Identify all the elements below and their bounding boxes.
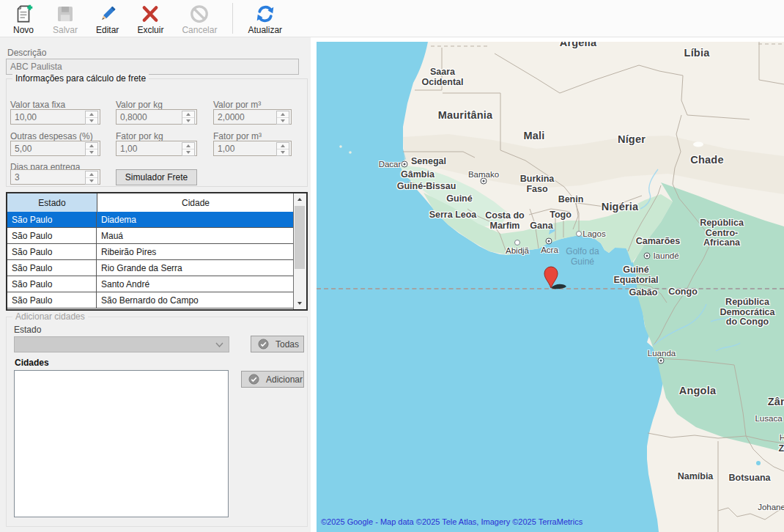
cell-cidade[interactable]: Diadema — [97, 212, 294, 227]
cell-estado[interactable]: São Paulo — [7, 244, 97, 259]
city-dot-abidja — [514, 240, 520, 245]
country-label: Zi — [778, 444, 784, 454]
save-icon — [54, 3, 76, 25]
cell-estado[interactable]: São Paulo — [7, 276, 97, 292]
fator-por-m3-field: 1,00 — [213, 141, 292, 156]
country-label: Camarões — [636, 237, 680, 247]
spinner-buttons — [182, 142, 195, 156]
country-label: Gana — [530, 221, 552, 232]
cities-table: Estado Cidade São PauloDiademaSão PauloM… — [6, 192, 308, 311]
estado-combobox — [14, 336, 229, 352]
city-label: H — [780, 433, 784, 442]
scrollbar-thumb[interactable] — [295, 206, 305, 269]
fator-por-kg-label: Fator por kg — [116, 131, 163, 141]
cities-table-header: Estado Cidade — [7, 193, 306, 213]
outras-despesas-field: 5,00 — [10, 141, 100, 156]
spinner-buttons — [85, 142, 98, 156]
country-label: Senegal — [411, 157, 446, 167]
estado-label: Estado — [14, 325, 41, 335]
freight-simulator-button[interactable]: Simulador Frete — [116, 169, 197, 185]
novo-button[interactable]: Novo — [6, 2, 41, 36]
fator-por-m3-value: 1,00 — [218, 144, 234, 154]
edit-pencil-icon — [97, 3, 119, 25]
valor-por-kg-label: Valor por kg — [116, 100, 163, 110]
cancelar-button: Cancelar — [175, 2, 223, 36]
cell-estado[interactable]: São Paulo — [7, 228, 97, 243]
cell-estado[interactable]: São Paulo — [7, 212, 97, 227]
country-label: Namíbia — [678, 472, 714, 482]
scroll-down-arrow-icon[interactable] — [294, 298, 306, 309]
table-row[interactable]: São PauloSanto André — [7, 276, 294, 292]
country-label: Guiné — [446, 194, 472, 204]
atualizar-button[interactable]: Atualizar — [241, 2, 289, 36]
city-label: Bamako — [468, 170, 499, 179]
city-dot-acra — [546, 238, 552, 245]
fator-por-m3-label: Fator por m³ — [213, 131, 262, 141]
table-row[interactable]: São PauloDiadema — [7, 212, 294, 228]
cities-listbox[interactable] — [14, 370, 229, 517]
new-document-icon — [12, 3, 34, 25]
outras-despesas-value: 5,00 — [15, 144, 32, 154]
table-row[interactable]: São PauloMauá — [7, 228, 294, 244]
fator-por-kg-value: 1,00 — [120, 144, 137, 154]
country-label: Serra Leoa — [429, 210, 477, 221]
editar-button[interactable]: Editar — [89, 2, 125, 36]
city-dot-lagos — [576, 231, 582, 237]
country-label: Congo — [668, 287, 698, 298]
excluir-button[interactable]: Excluir — [130, 2, 170, 36]
city-dot-iaunde — [644, 253, 651, 259]
cell-cidade[interactable]: Santo André — [97, 276, 294, 292]
cell-cidade[interactable]: Ribeirão Pires — [97, 244, 294, 259]
table-row[interactable]: São PauloSão Bernardo do Campo — [7, 292, 294, 309]
map-marker-pin[interactable] — [541, 264, 571, 292]
city-label: Johane — [758, 503, 784, 511]
add-cities-groupbox: Adicionar cidades Estado Todas Cidades — [6, 317, 308, 527]
country-label: Zâm — [768, 396, 784, 408]
cell-estado[interactable]: São Paulo — [7, 260, 97, 276]
toolbar: NovoSalvarEditarExcluirCancelarAtualizar — [0, 0, 784, 37]
country-label: Burkina Faso — [520, 174, 555, 194]
toolbar-button-label: Novo — [13, 25, 34, 35]
country-label: Argélia — [560, 42, 597, 49]
country-label: Saara Ocidental — [422, 67, 464, 87]
freight-group-title: Informações para cálculo de frete — [12, 73, 149, 84]
column-header-cidade[interactable]: Cidade — [97, 193, 294, 212]
add-city-button: Adicionar — [241, 371, 304, 388]
valor-por-kg-field: 0,8000 — [116, 109, 197, 125]
cell-cidade[interactable]: Mauá — [97, 228, 294, 243]
city-label: Luanda — [648, 349, 676, 358]
cell-cidade[interactable]: São Bernardo do Campo — [97, 292, 294, 308]
freight-groupbox: Informações para cálculo de frete Valor … — [6, 78, 308, 187]
valor-por-kg-value: 0,8000 — [120, 112, 147, 122]
scroll-up-arrow-icon[interactable] — [294, 193, 306, 205]
salvar-button: Salvar — [46, 2, 84, 36]
toolbar-button-label: Excluir — [137, 25, 163, 35]
table-row[interactable]: São PauloRibeirão Pires — [7, 244, 294, 260]
dias-para-entrega-field: 3 — [10, 169, 100, 185]
spinner-buttons — [276, 111, 289, 125]
outras-despesas-label: Outras despesas (%) — [10, 131, 93, 141]
map-attribution: ©2025 Google - Map data ©2025 Tele Atlas… — [321, 517, 583, 526]
city-label: Iaundé — [653, 251, 678, 260]
description-label: Descrição — [7, 48, 46, 58]
cidades-label: Cidades — [15, 358, 49, 368]
country-label: Níger — [618, 134, 646, 146]
country-label: Togo — [550, 210, 572, 221]
column-header-estado[interactable]: Estado — [7, 193, 97, 212]
country-label: República Centro-Africana — [691, 218, 753, 248]
add-cities-group-title: Adicionar cidades — [12, 311, 88, 322]
cell-cidade[interactable]: Rio Grande da Serra — [97, 260, 294, 276]
table-row[interactable]: São PauloRio Grande da Serra — [7, 260, 294, 276]
city-label: Lusaca — [755, 414, 782, 423]
toolbar-separator — [232, 3, 233, 34]
valor-por-m3-field: 2,0000 — [213, 109, 292, 125]
map-canvas[interactable]: ArgéliaLíbiaSaara OcidentalMauritâniaMal… — [317, 42, 784, 532]
cell-estado[interactable]: São Paulo — [7, 292, 97, 308]
city-label: Acra — [541, 245, 558, 254]
spinner-buttons — [276, 142, 289, 156]
toolbar-button-label: Editar — [96, 25, 119, 35]
cancel-icon — [188, 3, 210, 25]
city-dot-dacar — [402, 161, 408, 168]
country-label: Botsuana — [729, 473, 771, 484]
table-scrollbar[interactable] — [293, 193, 306, 309]
